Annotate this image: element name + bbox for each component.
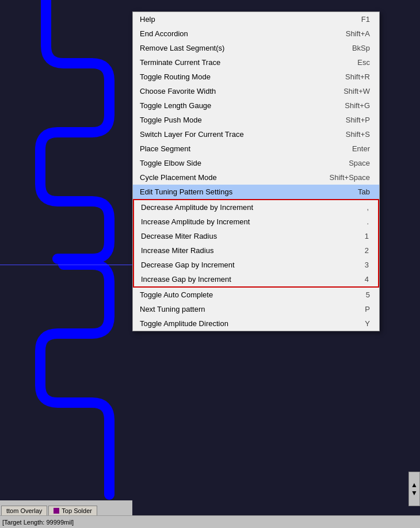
menu-shortcut-decrease-miter-radius: 1 [365,232,369,240]
menu-item-decrease-miter-radius[interactable]: Decrease Miter Radius 1 [134,229,378,243]
menu-label-remove-last-segment: Remove Last Segment(s) [140,44,338,52]
menu-shortcut-toggle-elbow-side: Space [349,159,370,167]
menu-item-decrease-amplitude[interactable]: Decrease Amplitude by Increment , [134,200,378,215]
menu-label-decrease-miter-radius: Decrease Miter Radius [141,232,351,240]
menu-item-toggle-length-gauge[interactable]: Toggle Length Gauge Shift+G [133,98,379,113]
menu-label-edit-tuning-pattern: Edit Tuning Pattern Settings [140,188,344,196]
menu-label-toggle-elbow-side: Toggle Elbow Side [140,159,335,167]
menu-item-decrease-gap[interactable]: Decrease Gap by Increment 3 [134,258,378,272]
menu-shortcut-next-tuning-pattern: P [365,305,370,313]
menu-item-help[interactable]: Help F1 [133,12,379,26]
menu-shortcut-decrease-gap: 3 [365,261,369,269]
bottom-tabs: ttom Overlay Top Solder [0,500,132,515]
menu-label-help: Help [140,15,348,24]
menu-shortcut-toggle-auto-complete: 5 [366,290,370,299]
context-menu: Help F1 End Accordion Shift+A Remove Las… [132,12,380,331]
menu-shortcut-cycle-placement-mode: Shift+Space [330,173,370,182]
red-border-section: Decrease Amplitude by Increment , Increa… [133,199,379,288]
menu-item-end-accordion[interactable]: End Accordion Shift+A [133,26,379,41]
menu-label-choose-favorite-width: Choose Favorite Width [140,87,330,95]
menu-item-place-segment[interactable]: Place Segment Enter [133,141,379,156]
menu-label-increase-amplitude: Increase Amplitude by Increment [141,217,353,226]
menu-label-toggle-amplitude-direction: Toggle Amplitude Direction [140,319,351,328]
menu-label-toggle-routing-mode: Toggle Routing Mode [140,72,331,81]
menu-item-toggle-amplitude-direction[interactable]: Toggle Amplitude Direction Y [133,316,379,331]
menu-item-increase-gap[interactable]: Increase Gap by Increment 4 [134,272,378,286]
menu-item-increase-miter-radius[interactable]: Increase Miter Radius 2 [134,243,378,258]
menu-item-toggle-auto-complete[interactable]: Toggle Auto Complete 5 [133,288,379,302]
menu-label-terminate-current-trace: Terminate Current Trace [140,58,343,67]
menu-label-decrease-amplitude: Decrease Amplitude by Increment [141,203,353,212]
menu-label-switch-layer: Switch Layer For Current Trace [140,130,332,139]
menu-label-toggle-length-gauge: Toggle Length Gauge [140,101,331,110]
menu-shortcut-help: F1 [361,15,370,24]
menu-label-place-segment: Place Segment [140,144,338,153]
menu-item-toggle-elbow-side[interactable]: Toggle Elbow Side Space [133,156,379,170]
menu-shortcut-terminate-current-trace: Esc [357,58,370,67]
tab-bottom-overlay[interactable]: ttom Overlay [1,506,47,515]
menu-shortcut-end-accordion: Shift+A [346,29,370,38]
menu-shortcut-toggle-amplitude-direction: Y [365,319,370,328]
menu-item-toggle-routing-mode[interactable]: Toggle Routing Mode Shift+R [133,70,379,84]
menu-shortcut-place-segment: Enter [352,144,370,153]
menu-shortcut-increase-amplitude: . [366,217,369,226]
menu-label-increase-miter-radius: Increase Miter Radius [141,246,351,255]
menu-shortcut-toggle-routing-mode: Shift+R [345,72,370,81]
tab-top-solder[interactable]: Top Solder [48,506,97,515]
menu-items-list: Help F1 End Accordion Shift+A Remove Las… [133,12,379,199]
menu-shortcut-increase-miter-radius: 2 [365,246,369,255]
menu-shortcut-edit-tuning-pattern: Tab [358,188,370,196]
menu-label-decrease-gap: Decrease Gap by Increment [141,261,351,269]
menu-item-increase-amplitude[interactable]: Increase Amplitude by Increment . [134,215,378,229]
h-divider [0,265,132,265]
menu-label-end-accordion: End Accordion [140,29,332,38]
red-section-items: Decrease Amplitude by Increment , Increa… [134,200,378,286]
menu-label-increase-gap: Increase Gap by Increment [141,275,351,284]
menu-shortcut-decrease-amplitude: , [366,203,369,212]
pcb-trace [0,0,132,528]
menu-shortcut-toggle-length-gauge: Shift+G [345,101,370,110]
menu-shortcut-choose-favorite-width: Shift+W [343,87,370,95]
menu-shortcut-toggle-push-mode: Shift+P [346,116,370,124]
menu-item-remove-last-segment[interactable]: Remove Last Segment(s) BkSp [133,41,379,55]
target-length-label: [Target Length: 99999mil] [2,519,74,526]
menu-label-cycle-placement-mode: Cycle Placement Mode [140,173,316,182]
menu-label-next-tuning-pattern: Next Tuning pattern [140,305,351,313]
menu-item-edit-tuning-pattern[interactable]: Edit Tuning Pattern Settings Tab [133,185,379,199]
menu-shortcut-increase-gap: 4 [365,275,369,284]
menu-label-toggle-push-mode: Toggle Push Mode [140,116,332,124]
menu-shortcut-switch-layer: Shift+S [346,130,370,139]
status-bar: [Target Length: 99999mil] [0,515,420,528]
menu-item-toggle-push-mode[interactable]: Toggle Push Mode Shift+P [133,113,379,127]
menu-label-toggle-auto-complete: Toggle Auto Complete [140,290,352,299]
menu-shortcut-remove-last-segment: BkSp [352,44,370,52]
menu-item-terminate-current-trace[interactable]: Terminate Current Trace Esc [133,55,379,70]
menu-item-next-tuning-pattern[interactable]: Next Tuning pattern P [133,302,379,316]
menu-item-switch-layer[interactable]: Switch Layer For Current Trace Shift+S [133,127,379,141]
menu-item-cycle-placement-mode[interactable]: Cycle Placement Mode Shift+Space [133,170,379,185]
bottom-items-list: Toggle Auto Complete 5 Next Tuning patte… [133,288,379,331]
solder-color-box [54,508,59,514]
menu-item-choose-favorite-width[interactable]: Choose Favorite Width Shift+W [133,84,379,98]
right-arrows[interactable]: ▲ ▼ [408,472,420,506]
